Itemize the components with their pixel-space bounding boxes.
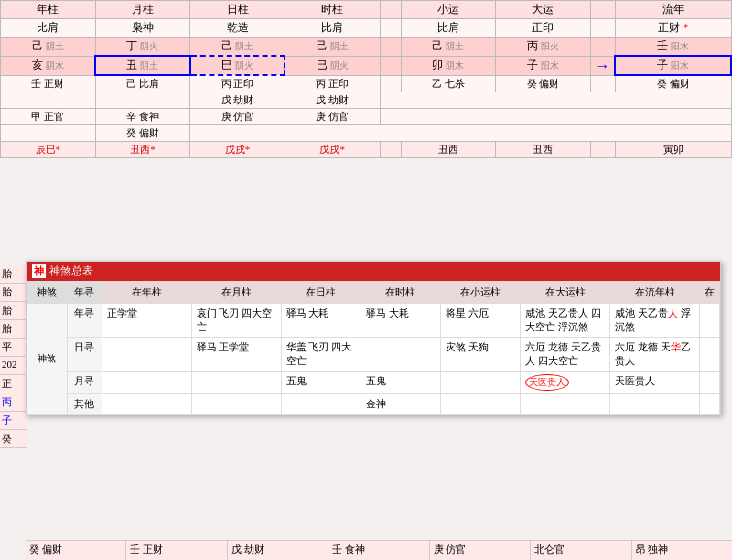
yue-relation: 枭神 xyxy=(95,19,190,38)
sh-cell-r3-yue xyxy=(191,394,281,415)
shensha-row-1: 日寻 驿马 正学堂 华盖 飞刃 四大空亡 灾煞 天狗 六厄 龙德 天乙贵人 四大… xyxy=(27,338,720,372)
ri-ss3: 庚 仿官 xyxy=(190,109,285,125)
sh-cell-r0-nian: 正学堂 xyxy=(102,304,191,338)
sh-col-label2: 年寻 xyxy=(67,282,102,304)
sh-col-shi: 在时柱 xyxy=(361,282,440,304)
tianyi-circle: 天医贵人 xyxy=(525,374,569,391)
shi-ss1: 丙 正印 xyxy=(285,75,380,92)
bs-1: 癸 偏财 xyxy=(26,541,126,560)
shensha-panel[interactable]: 神 神煞总表 神煞 年寻 在年柱 在月柱 在日柱 在时柱 在小运柱 在大运柱 在… xyxy=(26,261,721,415)
liuyun-relation: 正财 * xyxy=(615,19,731,38)
ri-gan: 己 阴土 xyxy=(190,38,285,57)
sh-cell-r3-xiaoyun xyxy=(440,394,520,415)
sh-cell-r1-nian xyxy=(102,338,191,372)
sh-cell-r1-dayun: 六厄 龙德 天乙贵人 四大空亡 xyxy=(521,338,610,372)
bazi-table: 年柱 月柱 日柱 时柱 小运 大运 流年 比肩 枭神 乾造 比肩 比肩 正印 正… xyxy=(0,0,732,158)
sh-cell-r0-shi: 驿马 大耗 xyxy=(361,304,440,338)
yue-gan: 丁 阴火 xyxy=(95,38,190,57)
column-header-row: 年柱 月柱 日柱 时柱 小运 大运 流年 xyxy=(1,1,732,19)
nian-dizhi: 辰巳* xyxy=(1,142,96,158)
main-container: 年柱 月柱 日柱 时柱 小运 大运 流年 比肩 枭神 乾造 比肩 比肩 正印 正… xyxy=(0,0,732,560)
sh-col-liuyun: 在流年柱 xyxy=(610,282,700,304)
sh-cell-r1-extra xyxy=(700,338,720,372)
nian-relation: 比肩 xyxy=(1,19,96,38)
sh-cell-r2-nian xyxy=(102,372,191,394)
nian-gan: 己 阴土 xyxy=(1,38,96,57)
sh-cell-r3-shi: 金神 xyxy=(361,394,440,415)
shi-zhi: 巳 阴火 xyxy=(285,56,380,75)
sh-label-shensha: 神煞 xyxy=(27,304,68,415)
sh-label-risun: 日寻 xyxy=(67,338,102,372)
sh-cell-r2-yue xyxy=(191,372,281,394)
bs-3: 戊 劫财 xyxy=(228,541,328,560)
bs-5: 庚 仿官 xyxy=(430,541,531,560)
sh-cell-r0-extra xyxy=(700,304,720,338)
shishen-row-2: 戊 劫财 戊 劫财 xyxy=(1,92,732,109)
yue-dizhi: 丑西* xyxy=(95,142,190,158)
col-nian: 年柱 xyxy=(1,1,96,19)
shi-ss2: 戊 劫财 xyxy=(285,92,380,109)
xiaoyun-dizhi: 丑西 xyxy=(401,142,496,158)
xiaoyun-gan: 己 阴土 xyxy=(401,38,496,57)
ri-dizhi: 戊戌* xyxy=(190,142,285,158)
liuyun-dizhi: 寅卯 xyxy=(615,142,731,158)
dayun-dizhi: 丑西 xyxy=(496,142,591,158)
bottom-strip: 癸 偏财 壬 正财 戊 劫财 壬 食神 庚 仿官 北仑官 昂 独神 xyxy=(26,540,732,560)
ri-ss1: 丙 正印 xyxy=(190,75,285,92)
ri-ss2: 戊 劫财 xyxy=(190,92,285,109)
xiaoyun-zhi: 卯 阴木 xyxy=(401,56,496,75)
yue-ss4: 癸 偏财 xyxy=(95,125,190,142)
dayun-relation: 正印 xyxy=(496,19,591,38)
col-dayun: 大运 xyxy=(496,1,591,19)
col-xiaoyun: 小运 xyxy=(401,1,496,19)
shi-gan: 己 阴土 xyxy=(285,38,380,57)
sh-cell-r1-xiaoyun: 灾煞 天狗 xyxy=(440,338,520,372)
sh-cell-r0-dayun: 咸池 天乙贵人 四大空亡 浮沉煞 xyxy=(521,304,610,338)
sh-cell-r2-xiaoyun xyxy=(440,372,520,394)
bs-4: 壬 食神 xyxy=(328,541,429,560)
dizhi-special-row: 辰巳* 丑西* 戊戌* 戊戌* 丑西 丑西 寅卯 xyxy=(1,142,732,158)
col-ri: 日柱 xyxy=(190,1,285,19)
bs-7: 昂 独神 xyxy=(632,541,732,560)
sh-cell-r2-extra xyxy=(700,372,720,394)
liuyun-gan: 壬 阳水 xyxy=(615,38,731,57)
yue-zhi: 丑 阴土 xyxy=(95,56,190,75)
liuyun-zhi: 子 阳水 xyxy=(615,56,731,75)
shensha-row-2: 月寻 五鬼 五鬼 天医贵人 天医贵人 xyxy=(27,372,720,394)
nian-ss3: 甲 正官 xyxy=(1,109,96,125)
col-shi: 时柱 xyxy=(285,1,380,19)
shi-ss3: 庚 仿官 xyxy=(285,109,380,125)
dayun-gan: 丙 阳火 xyxy=(496,38,591,57)
sh-label-yuesun: 月寻 xyxy=(67,372,102,394)
bs-6: 北仑官 xyxy=(531,541,631,560)
sh-cell-r1-ri: 华盖 飞刃 四大空亡 xyxy=(281,338,361,372)
sh-cell-r2-shi: 五鬼 xyxy=(361,372,440,394)
zhi-row: 亥 阴水 丑 阴土 巳 阴火 巳 阴火 卯 阴木 子 阳水 → 子 阳水 xyxy=(1,56,732,75)
shensha-col-headers: 神煞 年寻 在年柱 在月柱 在日柱 在时柱 在小运柱 在大运柱 在流年柱 在 xyxy=(27,282,720,304)
nian-zhi: 亥 阴水 xyxy=(1,56,96,75)
nian-ss1: 壬 正财 xyxy=(1,75,96,92)
sh-cell-r1-yue: 驿马 正学堂 xyxy=(191,338,281,372)
shensha-row-3: 其他 金神 xyxy=(27,394,720,415)
shensha-icon: 神 xyxy=(32,264,46,278)
sh-cell-r1-shi xyxy=(361,338,440,372)
sh-col-dayun: 在大运柱 xyxy=(521,282,610,304)
sh-col-xiaoyun: 在小运柱 xyxy=(440,282,520,304)
relation-row: 比肩 枭神 乾造 比肩 比肩 正印 正财 * xyxy=(1,19,732,38)
sh-cell-r3-nian xyxy=(102,394,191,415)
sh-label-qita: 其他 xyxy=(67,394,102,415)
sh-cell-r3-liuyun xyxy=(610,394,700,415)
sh-cell-r0-yue: 哀门 飞刃 四大空亡 xyxy=(191,304,281,338)
xiaoyun-ss1: 乙 七杀 xyxy=(401,75,496,92)
xiaoyun-relation: 比肩 xyxy=(401,19,496,38)
sh-cell-r1-liuyun: 六厄 龙德 天华乙贵人 xyxy=(610,338,700,372)
liuyun-ss1: 癸 偏财 xyxy=(615,75,731,92)
sh-cell-r2-dayun: 天医贵人 xyxy=(521,372,610,394)
shensha-title-bar: 神 神煞总表 xyxy=(27,262,720,281)
sh-cell-r3-extra xyxy=(700,394,720,415)
shi-relation: 比肩 xyxy=(285,19,380,38)
dayun-ss1: 癸 偏财 xyxy=(496,75,591,92)
sh-col-label1: 神煞 xyxy=(27,282,68,304)
left-labels: 胎 胎 胎 胎 平 202 正 丙 子 癸 xyxy=(0,265,27,448)
shishen-row-1: 壬 正财 己 比肩 丙 正印 丙 正印 乙 七杀 癸 偏财 癸 偏财 xyxy=(1,75,732,92)
